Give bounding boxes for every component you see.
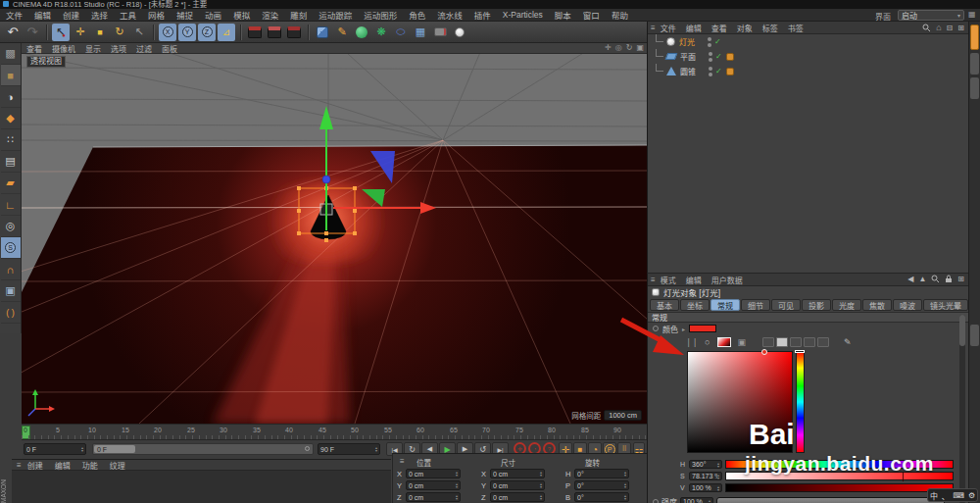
timeline-ruler[interactable]: 0 5 10 15 20 25 30 35 40 45 50 55 60 65 … (22, 424, 647, 440)
layout-tab[interactable] (970, 325, 979, 346)
rot-b-field[interactable]: 0°▴▾ (574, 492, 629, 502)
add-spline-button[interactable]: ✎ (333, 24, 351, 41)
menu-snap[interactable]: 捕捉 (171, 9, 199, 21)
hamburger-icon[interactable]: ≡ (400, 457, 405, 466)
search-icon[interactable] (922, 24, 931, 32)
menu-create[interactable]: 创建 (57, 9, 85, 21)
redo-button[interactable]: ↷ (24, 24, 41, 41)
mixer-mode-icon[interactable] (804, 337, 815, 347)
rgb-mode-icon[interactable] (762, 337, 774, 347)
menu-pipeline[interactable]: 流水线 (431, 9, 468, 21)
sv-picker-marker[interactable] (761, 349, 767, 355)
object-name[interactable]: 平面 (680, 51, 706, 62)
tweak-mode-button[interactable]: ◎ (1, 216, 21, 237)
axis-mode-button[interactable]: ∟ (1, 194, 21, 216)
tab-general[interactable]: 常规 (710, 299, 740, 311)
hue-marker[interactable] (795, 350, 805, 353)
visibility-toggles[interactable] (708, 37, 711, 47)
hue-strip[interactable] (796, 351, 805, 453)
attribute-scrollbar[interactable] (959, 315, 965, 503)
points-mode-button[interactable]: ∷ (1, 129, 21, 151)
eyedropper-icon[interactable]: ✎ (844, 337, 852, 347)
object-row-light[interactable]: 灯光 ✓ (648, 34, 968, 49)
vp-menu-panel[interactable]: 面板 (157, 43, 182, 54)
texture-mode-button[interactable]: ◑ (1, 86, 21, 108)
enabled-check-icon[interactable]: ✓ (714, 37, 721, 46)
menu-plugins[interactable]: 插件 (468, 9, 497, 21)
expand-icon[interactable]: ⊞ (957, 24, 964, 32)
lock-icon[interactable] (945, 275, 953, 283)
hsv-mode-icon[interactable] (776, 337, 788, 347)
image-mode-icon[interactable]: ▣ (738, 337, 747, 347)
om-menu-view[interactable]: 查看 (707, 23, 732, 33)
lock-x-button[interactable]: X (159, 24, 176, 41)
viewport-canvas[interactable] (22, 54, 647, 424)
vp-menu-view[interactable]: 查看 (22, 43, 47, 54)
view-label[interactable]: 透视视图 (26, 56, 66, 68)
timeline-slider-handle[interactable]: 0 F (94, 445, 135, 453)
menu-help[interactable]: 帮助 (606, 9, 634, 21)
add-subdivision-button[interactable] (353, 24, 370, 41)
layers-button[interactable]: ▣ (1, 280, 21, 302)
om-menu-bookmarks[interactable]: 书签 (783, 23, 808, 33)
add-environment-button[interactable]: ▦ (412, 24, 429, 41)
layout-select[interactable]: 启动 ▾ (898, 10, 964, 21)
menu-tools[interactable]: 工具 (114, 9, 142, 21)
tab-photometric[interactable]: 光度 (832, 299, 861, 311)
keyframe-dot-icon[interactable] (653, 326, 659, 331)
lock-z-button[interactable]: Z (198, 24, 216, 41)
visibility-toggles[interactable] (709, 52, 712, 62)
menu-mesh[interactable]: 网格 (142, 9, 171, 21)
layout-tab[interactable] (970, 77, 979, 99)
am-menu-userdata[interactable]: 用户数据 (707, 275, 748, 285)
object-row-plane[interactable]: 平面 ✓ (648, 49, 968, 64)
om-menu-objects[interactable]: 对象 (732, 23, 758, 33)
last-tool-button[interactable]: ↖ (130, 24, 148, 41)
timeline-slider[interactable]: 0 F (92, 443, 314, 455)
search-icon[interactable] (931, 275, 940, 283)
v-value-field[interactable]: 100 %▴▾ (689, 483, 722, 492)
tab-coord[interactable]: 坐标 (680, 299, 710, 311)
mat-menu-create[interactable]: 创建 (22, 460, 49, 471)
mat-menu-function[interactable]: 功能 (76, 460, 104, 471)
enabled-check-icon[interactable]: ✓ (715, 52, 722, 61)
menu-xparticles[interactable]: X-Particles (497, 10, 549, 20)
object-name[interactable]: 灯光 (679, 36, 705, 47)
toggle-view-icon[interactable]: ▣ (636, 43, 644, 52)
am-menu-mode[interactable]: 模式 (656, 275, 681, 285)
enabled-check-icon[interactable]: ✓ (715, 67, 722, 75)
tree-elbow[interactable] (656, 49, 663, 57)
model-mode-button[interactable]: ■ (1, 65, 21, 86)
lock-y-button[interactable]: Y (178, 24, 196, 41)
edges-mode-button[interactable]: ▤ (1, 151, 21, 173)
menu-edit[interactable]: 编辑 (28, 9, 57, 21)
collapse-icon[interactable]: ⊟ (947, 24, 954, 32)
spectrum-mode-icon[interactable] (717, 337, 731, 347)
render-team-button[interactable] (266, 24, 283, 41)
compact-mode-icon[interactable]: ❘❘ (685, 337, 698, 347)
kelvin-mode-icon[interactable] (790, 337, 802, 347)
color-swatch[interactable] (689, 325, 716, 332)
size-z-field[interactable]: 0 cm▴▾ (490, 492, 545, 502)
intensity-field[interactable]: 100 %▴▾ (680, 497, 713, 503)
tree-elbow[interactable] (656, 34, 663, 42)
render-settings-button[interactable] (285, 24, 303, 41)
menu-select[interactable]: 选择 (85, 9, 114, 21)
add-cube-button[interactable] (314, 24, 331, 41)
value-slider[interactable] (725, 483, 954, 492)
workplane-mode-button[interactable]: ◆ (1, 108, 21, 129)
vp-menu-filter[interactable]: 过滤 (131, 43, 157, 54)
chevron-icon[interactable]: ▸ (682, 326, 685, 332)
s-value-field[interactable]: 78.173 %▴▾ (689, 472, 722, 480)
menu-file[interactable]: 文件 (0, 9, 28, 21)
undo-button[interactable]: ↶ (4, 24, 22, 41)
spinner-icon[interactable]: ▴▾ (375, 446, 377, 452)
pan-view-icon[interactable]: ✛ (605, 43, 612, 52)
am-menu-edit[interactable]: 编辑 (681, 275, 707, 285)
polygons-mode-button[interactable]: ▰ (1, 173, 21, 194)
live-selection-button[interactable]: ↖● (52, 24, 70, 41)
texture-tag-icon[interactable] (726, 68, 734, 75)
size-y-field[interactable]: 0 cm▴▾ (490, 480, 545, 490)
add-generator-button[interactable]: ❋ (372, 24, 390, 41)
tab-noise[interactable]: 噪波 (893, 299, 922, 311)
